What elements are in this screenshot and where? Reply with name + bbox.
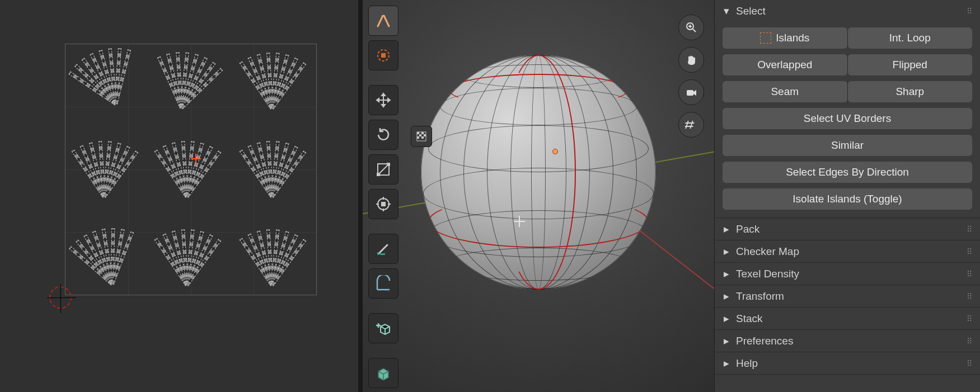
svg-rect-15 <box>687 90 693 96</box>
3d-cursor-icon <box>514 216 525 227</box>
chevron-right-icon: ▸ <box>723 245 730 258</box>
measure-icon <box>375 275 392 292</box>
panel-title: Checker Map <box>736 245 799 258</box>
drag-grip-icon[interactable]: ⠿ <box>967 7 973 16</box>
n-panel: ▾ Select ⠿ Islands Int. Loop Overlapped … <box>714 0 980 392</box>
overlapped-label: Overlapped <box>757 59 812 71</box>
int-loop-label: Int. Loop <box>889 32 931 44</box>
panel-header-stack[interactable]: ▸ Stack ⠿ <box>715 308 980 329</box>
chevron-right-icon: ▸ <box>723 312 730 325</box>
viewport-nav-gizmo <box>678 15 704 138</box>
3d-viewport[interactable] <box>363 0 714 392</box>
viewport-toolbar <box>368 6 398 388</box>
panel-section-select: ▾ Select ⠿ Islands Int. Loop Overlapped … <box>715 0 980 218</box>
cursor-tool[interactable] <box>368 40 398 70</box>
drag-grip-icon[interactable]: ⠿ <box>967 337 973 346</box>
edges-dir-label: Select Edges By Direction <box>786 166 909 178</box>
isolate-label: Isolate Islands (Toggle) <box>793 193 902 205</box>
chevron-right-icon: ▸ <box>723 223 730 235</box>
chevron-down-icon: ▾ <box>723 4 730 17</box>
transform-tool[interactable] <box>368 189 398 219</box>
int-loop-button[interactable]: Int. Loop <box>848 27 973 49</box>
islands-button[interactable]: Islands <box>723 27 848 49</box>
annotate-icon <box>375 240 392 257</box>
scale-icon <box>375 161 392 178</box>
select-tool[interactable] <box>368 6 398 36</box>
add-cube-tool[interactable] <box>368 313 398 343</box>
panel-title: Texel Density <box>736 268 799 280</box>
panel-title: Stack <box>736 313 763 325</box>
svg-rect-6 <box>381 202 386 206</box>
panel-title: Help <box>736 357 758 370</box>
drag-grip-icon[interactable]: ⠿ <box>967 359 973 368</box>
uv-islands <box>65 44 317 295</box>
sharp-label: Sharp <box>895 86 924 98</box>
pan-icon <box>685 54 697 66</box>
svg-rect-9 <box>421 132 424 134</box>
drag-grip-icon[interactable]: ⠿ <box>967 225 973 234</box>
select-uv-borders-button[interactable]: Select UV Borders <box>723 108 972 129</box>
camera-icon <box>685 86 697 98</box>
seam-label: Seam <box>771 86 799 98</box>
uv-editor-area[interactable] <box>0 0 358 392</box>
svg-rect-4 <box>387 163 390 166</box>
isolate-islands-button[interactable]: Isolate Islands (Toggle) <box>723 188 972 210</box>
similar-button[interactable]: Similar <box>723 135 972 156</box>
panel-header-select[interactable]: ▾ Select ⠿ <box>715 0 980 22</box>
tweak-icon <box>375 12 392 29</box>
sharp-button[interactable]: Sharp <box>848 81 973 102</box>
panel-title: Select <box>736 5 766 17</box>
grid-icon <box>685 119 697 131</box>
panel-title: Preferences <box>736 335 793 347</box>
svg-rect-13 <box>421 136 424 139</box>
uv-pivot-marker <box>191 154 201 164</box>
overlapped-button[interactable]: Overlapped <box>723 54 848 75</box>
chevron-right-icon: ▸ <box>723 267 730 280</box>
islands-label: Islands <box>776 32 809 44</box>
rotate-icon <box>375 126 392 143</box>
xform-icon <box>375 196 392 212</box>
pan-button[interactable] <box>678 47 704 73</box>
svg-rect-11 <box>424 134 426 136</box>
chevron-right-icon: ▸ <box>723 334 730 347</box>
addcube-icon <box>375 320 392 337</box>
move-icon <box>375 92 392 108</box>
drag-grip-icon[interactable]: ⠿ <box>967 292 973 301</box>
measure-tool[interactable] <box>368 268 398 299</box>
panel-header-pack[interactable]: ▸ Pack ⠿ <box>715 218 980 240</box>
panel-header-help[interactable]: ▸ Help ⠿ <box>715 352 980 374</box>
panel-header-preferences[interactable]: ▸ Preferences ⠿ <box>715 330 980 352</box>
drag-grip-icon[interactable]: ⠿ <box>967 314 973 323</box>
area-divider[interactable] <box>358 0 363 392</box>
chevron-right-icon: ▸ <box>723 357 730 370</box>
flipped-label: Flipped <box>893 59 927 71</box>
move-tool[interactable] <box>368 85 398 115</box>
panel-header-transform[interactable]: ▸ Transform ⠿ <box>715 285 980 307</box>
drag-grip-icon[interactable]: ⠿ <box>967 270 973 278</box>
zoom-button[interactable] <box>678 15 704 40</box>
drag-grip-icon[interactable]: ⠿ <box>967 247 973 256</box>
svg-rect-1 <box>381 53 386 58</box>
uv-borders-label: Select UV Borders <box>804 112 891 125</box>
select-edges-by-direction-button[interactable]: Select Edges By Direction <box>723 162 972 183</box>
2d-cursor-icon[interactable] <box>49 286 72 309</box>
camera-button[interactable] <box>678 79 704 105</box>
extrude-tool[interactable] <box>368 358 398 388</box>
rotate-tool[interactable] <box>368 120 398 150</box>
annotate-tool[interactable] <box>368 234 398 264</box>
similar-label: Similar <box>831 139 864 152</box>
seam-button[interactable]: Seam <box>723 81 848 102</box>
zoom-icon <box>685 21 697 34</box>
panel-header-texel[interactable]: ▸ Texel Density ⠿ <box>715 263 980 285</box>
uv-shelf-toggle[interactable] <box>411 126 432 147</box>
islands-icon <box>760 32 771 44</box>
panel-title: Pack <box>736 223 759 235</box>
mesh-sphere[interactable] <box>421 55 656 290</box>
panel-header-checker[interactable]: ▸ Checker Map ⠿ <box>715 240 980 262</box>
svg-rect-3 <box>377 173 380 176</box>
scale-tool[interactable] <box>368 154 398 185</box>
grid-button[interactable] <box>678 112 704 138</box>
panel-title: Transform <box>736 290 784 303</box>
flipped-button[interactable]: Flipped <box>848 54 973 75</box>
extcube-icon <box>375 365 392 381</box>
